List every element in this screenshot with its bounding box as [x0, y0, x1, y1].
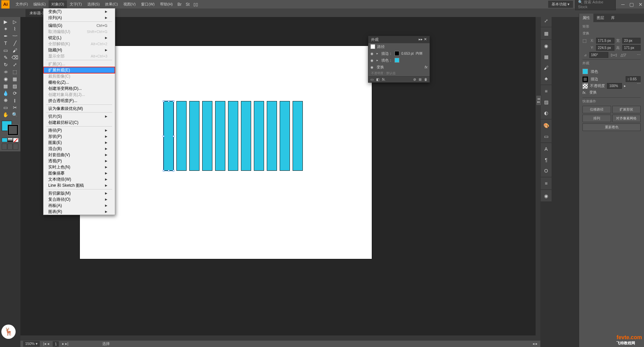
rotate-tool[interactable]: ↻ [1, 61, 10, 68]
menu-item[interactable]: 变换(T)▶ [43, 9, 115, 15]
menu-item[interactable]: 实时上色(N)▶ [43, 164, 115, 170]
tab-layers[interactable]: 图层 [593, 14, 608, 22]
curvature-tool[interactable]: 〰 [10, 32, 19, 39]
rectangle-shape[interactable] [280, 101, 290, 171]
clear-icon[interactable]: ⊘ [413, 78, 416, 81]
opacity-input[interactable]: 100% [607, 83, 622, 89]
none-mode-swatch[interactable] [13, 138, 19, 142]
menu-item[interactable]: 画板(A)▶ [43, 202, 115, 209]
width-input[interactable]: 23 px [622, 38, 641, 44]
paintbrush-tool[interactable]: 🖌 [10, 47, 19, 54]
add-effect-icon[interactable]: fx. [382, 78, 386, 81]
add-stroke-icon[interactable]: ▭ [370, 78, 373, 81]
arrange-icon[interactable]: ▯▯ [192, 1, 199, 8]
scrollbar-horizontal[interactable] [20, 335, 536, 340]
zoom-tool[interactable]: 🔍 [10, 111, 19, 118]
y-input[interactable]: 224.5 px [596, 45, 614, 51]
mesh-tool[interactable]: ▦ [1, 82, 10, 89]
shape-builder-tool[interactable]: ◉ [1, 75, 10, 82]
menu-item[interactable]: Line 和 Sketch 图稿▶ [43, 182, 115, 188]
menu-3[interactable]: 文字(T) [67, 0, 85, 8]
menu-1[interactable]: 编辑(E) [31, 0, 49, 8]
fill-swatch[interactable] [582, 69, 588, 74]
free-transform-tool[interactable]: ⬚ [10, 68, 19, 75]
color-panel-icon[interactable]: 🎨 [541, 120, 552, 131]
symbol-sprayer-tool[interactable]: ❋ [1, 97, 10, 104]
delete-icon[interactable]: 🗑 [424, 78, 428, 81]
opacity-control[interactable]: 不透明度 100% ▸ [582, 83, 641, 89]
blend-tool[interactable]: ⟳ [10, 89, 19, 97]
draw-inside[interactable] [13, 144, 18, 150]
menu-item[interactable]: 创建裁切标记(C) [43, 119, 115, 126]
stroke-color-swatch[interactable] [8, 125, 18, 135]
menu-item[interactable]: 栅格化(Z)... [43, 79, 115, 85]
menu-item[interactable]: 锁定(L)▶ [43, 35, 115, 41]
zoom-dropdown[interactable]: 150% ▾ [23, 341, 40, 347]
stock-icon[interactable]: St [184, 1, 191, 8]
gradient-panel-icon[interactable]: ▨ [541, 97, 552, 108]
align-icon[interactable]: ≡ [541, 178, 552, 189]
type-tool[interactable]: T [1, 39, 10, 47]
more-options-icon[interactable]: ⋯ [637, 53, 641, 57]
rectangle-shape[interactable] [228, 101, 238, 171]
stroke-panel-icon[interactable]: ≡ [541, 86, 552, 97]
rectangle-shape[interactable] [202, 101, 212, 171]
menu-item[interactable]: 创建渐变网格(D)... [43, 85, 115, 92]
fx-row[interactable]: fx. 变换 [582, 89, 641, 96]
magic-wand-tool[interactable]: ✶ [1, 25, 10, 32]
menu-item[interactable]: 扩展外观(E) [43, 67, 115, 73]
rectangle-shape[interactable] [176, 101, 187, 171]
menu-6[interactable]: 视图(V) [121, 0, 139, 8]
pen-tool[interactable]: ✒ [1, 32, 10, 39]
panel-collapse-toggle[interactable]: ◂◂▸▸ [536, 95, 541, 105]
align-pixel-button[interactable]: 对齐像素网格 [612, 115, 641, 122]
draw-normal[interactable] [2, 144, 7, 150]
expand-shape-button[interactable]: 扩展形状 [612, 106, 641, 113]
color-swatches[interactable] [1, 120, 19, 150]
gradient-mode-swatch[interactable] [7, 138, 13, 142]
shaper-tool[interactable]: ✎ [1, 54, 10, 61]
menu-item[interactable]: 拼合透明度(F)... [43, 98, 115, 104]
menu-item[interactable]: 复合路径(O)▶ [43, 196, 115, 202]
menu-item[interactable]: 设为像素级优化(M) [43, 105, 115, 112]
tab-properties[interactable]: 属性 [579, 14, 593, 22]
maximize-icon[interactable]: ▢ [629, 2, 634, 7]
appearance-panel-header[interactable]: 外观▸▸ ✕ [368, 36, 430, 43]
menu-item[interactable]: 剪切蒙版(M)▶ [43, 190, 115, 196]
rectangle-shape[interactable] [254, 101, 264, 171]
scale-tool[interactable]: ⤢ [10, 61, 19, 68]
lasso-tool[interactable]: ⌇ [10, 25, 19, 32]
flip-v-icon[interactable]: △▽ [619, 52, 627, 58]
artboard-prev-icon[interactable]: |◂ ◂ [43, 342, 49, 346]
stroke-row[interactable]: ◉▸描边：0.653 pt内侧 [368, 50, 430, 57]
search-input[interactable]: 🔍 搜索 Adobe Stock [575, 0, 616, 10]
tab-libraries[interactable]: 库 [608, 14, 618, 22]
opentype-icon[interactable]: O [541, 165, 552, 176]
selection-tool[interactable]: ▶ [1, 18, 10, 25]
width-tool[interactable]: ⟚ [1, 68, 10, 75]
eyedropper-tool[interactable]: 💧 [1, 89, 10, 97]
slice-tool[interactable]: ✂ [10, 104, 19, 111]
swatches-icon[interactable]: ▦ [541, 51, 552, 62]
stroke-swatch[interactable] [582, 77, 588, 82]
line-tool[interactable]: ╱ [10, 39, 19, 47]
rectangle-shape[interactable] [241, 101, 251, 171]
rotate-input[interactable]: 180° [589, 52, 608, 58]
recolor-button[interactable]: 重新着色 [582, 123, 641, 131]
menu-item[interactable]: 切片(S)▶ [43, 113, 115, 119]
character-icon[interactable]: A [541, 144, 552, 154]
expand-panel-icon[interactable]: ⤢ [541, 15, 552, 26]
transform-effect-row[interactable]: ◉变换fx [368, 64, 430, 70]
direct-selection-tool[interactable]: ▷ [10, 18, 19, 25]
arrange-button[interactable]: 排列 [582, 115, 611, 122]
bridge-icon[interactable]: Br [176, 1, 183, 8]
add-fill-icon[interactable]: ◧ [376, 78, 379, 81]
menu-item[interactable]: 形状(P)▶ [43, 133, 115, 139]
draw-behind[interactable] [7, 144, 13, 150]
artboard-next-icon[interactable]: ▸ ▸| [62, 342, 68, 346]
paragraph-icon[interactable]: ¶ [541, 154, 552, 165]
rectangle-shape[interactable] [215, 101, 225, 171]
workspace-dropdown[interactable]: 基本功能 ▾ [548, 1, 573, 8]
color-wheel-icon[interactable]: ◉ [541, 40, 552, 51]
transparency-icon[interactable]: ◐ [541, 108, 552, 118]
